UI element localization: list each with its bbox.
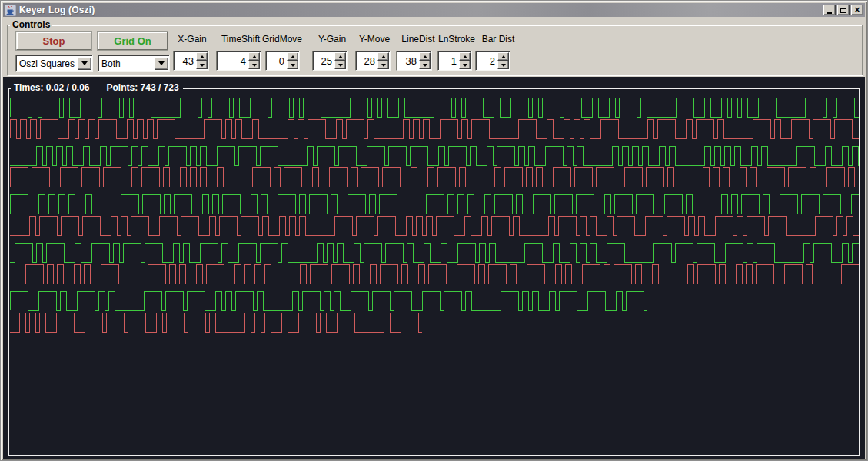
spinner-y-gain: 25 [312,51,348,71]
spinner-up-button[interactable] [377,52,389,61]
minimize-button[interactable] [823,5,836,15]
spinner-value[interactable]: 28 [356,51,377,70]
stop-button[interactable]: Stop [16,32,91,50]
spinner-x-gain: 43 [173,51,209,71]
controls-group-label: Controls [10,19,52,30]
close-button[interactable]: × [851,5,863,15]
spinner-down-button[interactable] [334,61,346,69]
spin-down-icon [200,64,205,67]
spin-down-icon [501,64,506,67]
spin-up-icon [463,55,467,58]
channel-combobox[interactable]: Both [98,55,170,72]
spin-down-icon [252,64,257,67]
waveform-9-red [10,313,422,332]
spin-down-icon [423,64,427,67]
spinner-value[interactable]: 38 [397,51,419,70]
spinner-y-move: 28 [355,51,391,71]
spin-up-icon [381,55,386,58]
java-app-icon [5,5,16,16]
spinner-value[interactable]: 25 [313,51,334,70]
spin-up-icon [200,55,205,58]
spin-down-icon [463,64,467,67]
spinner-lnstroke: 1 [437,51,472,71]
spin-up-icon [501,55,506,58]
times-label: Times: [14,82,43,93]
spinner-up-button[interactable] [248,52,260,61]
spinner-down-button[interactable] [287,61,298,69]
app-window: Keyer Log (Oszi) × Controls Stop Grid On… [0,0,868,461]
spinner-value[interactable]: 43 [174,51,196,70]
spinner-timeshift: 4 [216,51,261,71]
spinner-up-button[interactable] [497,52,509,61]
times-value: 0.02 / 0.06 [46,82,90,93]
title-bar[interactable]: Keyer Log (Oszi) × [3,3,865,17]
spinner-down-button[interactable] [459,61,471,69]
spin-down-icon [381,64,386,67]
spinner-linedist: 38 [396,51,432,71]
channel-value: Both [98,58,155,69]
maximize-button[interactable] [837,5,850,15]
grid-on-button[interactable]: Grid On [98,32,168,50]
maximize-icon [840,8,846,13]
oszi-style-value: Oszi Squares [16,58,78,69]
spinner-value[interactable]: 4 [217,51,248,70]
controls-panel: Controls Stop Grid On Oszi Squares Both … [3,17,865,77]
waveform-display [3,77,865,459]
spinner-up-button[interactable] [419,52,431,61]
waveform-6-green [10,243,865,262]
spinner-down-button[interactable] [196,61,208,69]
spinner-up-button[interactable] [459,52,471,61]
spinner-up-button[interactable] [196,52,208,61]
oscilloscope-panel: Times: 0.02 / 0.06Points: 743 / 723 [3,77,865,459]
spinner-label-bardist: Bar Dist [469,34,527,45]
waveform-2-green [10,146,865,165]
spinner-down-button[interactable] [248,61,260,69]
spin-down-icon [291,64,295,67]
spinner-down-button[interactable] [419,61,431,69]
spinner-down-button[interactable] [377,61,389,69]
chevron-down-icon [158,61,165,65]
oszi-style-combobox[interactable]: Oszi Squares [15,55,93,72]
waveform-5-red [10,216,865,235]
channel-dropdown-button[interactable] [155,57,168,70]
points-value: 743 / 723 [141,82,179,93]
spinner-value[interactable]: 0 [266,51,287,70]
spin-up-icon [423,55,427,58]
waveform-4-green [10,194,865,214]
scope-status-title: Times: 0.02 / 0.06Points: 743 / 723 [11,82,183,94]
spin-down-icon [338,64,343,67]
spinner-gridmove: 0 [265,51,300,71]
oszi-style-dropdown-button[interactable] [78,57,91,70]
spin-up-icon [252,55,257,58]
waveform-7-red [10,264,865,284]
waveform-0-green [10,98,865,117]
minimize-icon [827,12,832,14]
spinner-up-button[interactable] [287,52,298,61]
spinner-down-button[interactable] [497,61,509,69]
window-title: Keyer Log (Oszi) [19,5,95,15]
waveform-3-red [10,167,865,187]
waveform-1-red [10,119,865,138]
chevron-down-icon [81,61,88,65]
spinner-value[interactable]: 2 [476,51,497,70]
spinner-value[interactable]: 1 [438,51,459,70]
waveform-8-green [10,291,647,310]
spinner-bardist: 2 [475,51,510,71]
close-icon: × [854,6,860,14]
spin-up-icon [338,55,343,58]
spin-up-icon [291,55,295,58]
points-label: Points: [107,82,138,93]
spinner-up-button[interactable] [334,52,346,61]
